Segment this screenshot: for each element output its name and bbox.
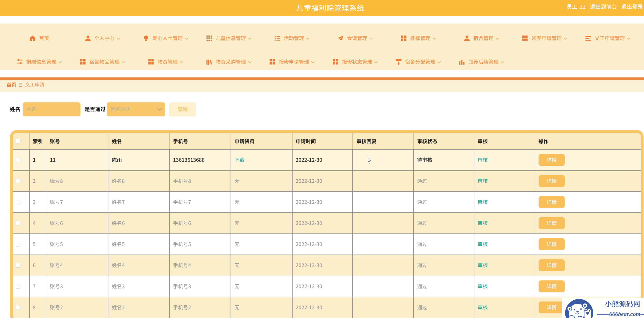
svg-text:——666bear.com—: ——666bear.com— xyxy=(597,311,644,317)
